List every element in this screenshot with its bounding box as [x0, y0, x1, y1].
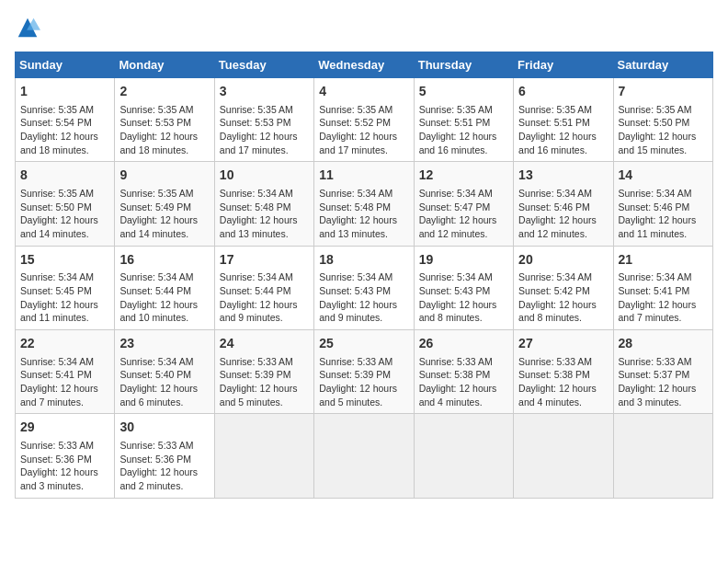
- sunrise: Sunrise: 5:33 AM: [619, 356, 692, 367]
- sunset: Sunset: 5:36 PM: [119, 454, 191, 465]
- sunrise: Sunrise: 5:35 AM: [119, 104, 193, 115]
- day-number: 12: [419, 167, 508, 185]
- calendar-cell: 20Sunrise: 5:34 AMSunset: 5:42 PMDayligh…: [514, 246, 613, 329]
- sunrise: Sunrise: 5:33 AM: [220, 356, 293, 367]
- sunrise: Sunrise: 5:34 AM: [319, 188, 392, 199]
- calendar-cell: [314, 414, 414, 498]
- day-number: 18: [319, 251, 408, 270]
- day-number: 7: [619, 83, 708, 101]
- calendar-cell: [214, 414, 313, 498]
- calendar-cell: 10Sunrise: 5:34 AMSunset: 5:48 PMDayligh…: [214, 162, 313, 246]
- day-number: 14: [619, 167, 708, 185]
- sunset: Sunset: 5:41 PM: [20, 369, 92, 380]
- daylight: Daylight: 12 hours and 3 minutes.: [20, 466, 98, 491]
- calendar-cell: 15Sunrise: 5:34 AMSunset: 5:45 PMDayligh…: [16, 246, 115, 329]
- col-header-monday: Monday: [115, 52, 214, 78]
- calendar-cell: 12Sunrise: 5:34 AMSunset: 5:47 PMDayligh…: [414, 162, 513, 246]
- daylight: Daylight: 12 hours and 8 minutes.: [518, 299, 597, 324]
- sunrise: Sunrise: 5:33 AM: [20, 440, 94, 451]
- day-number: 13: [518, 167, 608, 185]
- day-number: 20: [518, 251, 608, 270]
- calendar-table: SundayMondayTuesdayWednesdayThursdayFrid…: [15, 52, 713, 499]
- calendar-cell: 25Sunrise: 5:33 AMSunset: 5:39 PMDayligh…: [314, 330, 414, 414]
- daylight: Daylight: 12 hours and 4 minutes.: [518, 383, 597, 408]
- daylight: Daylight: 12 hours and 12 minutes.: [419, 214, 497, 239]
- sunrise: Sunrise: 5:34 AM: [20, 356, 94, 367]
- daylight: Daylight: 12 hours and 13 minutes.: [319, 214, 397, 239]
- sunset: Sunset: 5:37 PM: [619, 369, 690, 380]
- daylight: Daylight: 12 hours and 11 minutes.: [20, 299, 98, 324]
- day-number: 28: [619, 335, 708, 353]
- sunset: Sunset: 5:41 PM: [619, 285, 690, 296]
- calendar-cell: 18Sunrise: 5:34 AMSunset: 5:43 PMDayligh…: [314, 246, 414, 329]
- sunset: Sunset: 5:54 PM: [20, 117, 92, 128]
- sunrise: Sunrise: 5:35 AM: [220, 104, 293, 115]
- calendar-cell: 5Sunrise: 5:35 AMSunset: 5:51 PMDaylight…: [414, 78, 513, 162]
- daylight: Daylight: 12 hours and 13 minutes.: [220, 214, 298, 239]
- sunrise: Sunrise: 5:34 AM: [619, 271, 692, 282]
- sunset: Sunset: 5:43 PM: [319, 285, 391, 296]
- sunrise: Sunrise: 5:34 AM: [419, 188, 493, 199]
- daylight: Daylight: 12 hours and 10 minutes.: [119, 299, 198, 324]
- sunrise: Sunrise: 5:35 AM: [319, 104, 392, 115]
- calendar-cell: 17Sunrise: 5:34 AMSunset: 5:44 PMDayligh…: [214, 246, 313, 329]
- calendar-cell: 27Sunrise: 5:33 AMSunset: 5:38 PMDayligh…: [514, 330, 613, 414]
- col-header-friday: Friday: [514, 52, 613, 78]
- daylight: Daylight: 12 hours and 17 minutes.: [319, 131, 397, 155]
- calendar-cell: 24Sunrise: 5:33 AMSunset: 5:39 PMDayligh…: [214, 330, 313, 414]
- col-header-tuesday: Tuesday: [214, 52, 313, 78]
- calendar-cell: 6Sunrise: 5:35 AMSunset: 5:51 PMDaylight…: [514, 78, 613, 162]
- day-number: 6: [518, 83, 608, 101]
- sunrise: Sunrise: 5:33 AM: [518, 356, 592, 367]
- sunrise: Sunrise: 5:34 AM: [619, 188, 692, 199]
- day-number: 4: [319, 83, 408, 101]
- sunrise: Sunrise: 5:35 AM: [518, 104, 592, 115]
- day-number: 8: [20, 167, 109, 185]
- calendar-cell: [414, 414, 513, 498]
- daylight: Daylight: 12 hours and 18 minutes.: [119, 131, 198, 155]
- sunset: Sunset: 5:50 PM: [20, 201, 92, 213]
- day-number: 26: [419, 335, 508, 353]
- day-number: 2: [119, 83, 209, 101]
- sunrise: Sunrise: 5:34 AM: [518, 271, 592, 282]
- calendar-cell: 19Sunrise: 5:34 AMSunset: 5:43 PMDayligh…: [414, 246, 513, 329]
- col-header-wednesday: Wednesday: [314, 52, 414, 78]
- daylight: Daylight: 12 hours and 6 minutes.: [119, 383, 198, 408]
- sunset: Sunset: 5:53 PM: [119, 117, 191, 128]
- logo: [15, 15, 44, 40]
- sunrise: Sunrise: 5:34 AM: [20, 271, 94, 282]
- calendar-cell: [514, 414, 613, 498]
- calendar-cell: [613, 414, 712, 498]
- daylight: Daylight: 12 hours and 7 minutes.: [619, 299, 697, 324]
- day-number: 3: [220, 83, 309, 101]
- calendar-cell: 2Sunrise: 5:35 AMSunset: 5:53 PMDaylight…: [115, 78, 214, 162]
- calendar-cell: 28Sunrise: 5:33 AMSunset: 5:37 PMDayligh…: [613, 330, 712, 414]
- sunrise: Sunrise: 5:34 AM: [119, 356, 193, 367]
- day-number: 19: [419, 251, 508, 270]
- daylight: Daylight: 12 hours and 11 minutes.: [619, 214, 697, 239]
- sunrise: Sunrise: 5:34 AM: [119, 271, 193, 282]
- day-number: 22: [20, 335, 109, 353]
- sunset: Sunset: 5:44 PM: [220, 285, 291, 296]
- page-header: [15, 15, 713, 40]
- calendar-cell: 14Sunrise: 5:34 AMSunset: 5:46 PMDayligh…: [613, 162, 712, 246]
- daylight: Daylight: 12 hours and 16 minutes.: [419, 131, 497, 155]
- sunset: Sunset: 5:51 PM: [518, 117, 590, 128]
- sunset: Sunset: 5:48 PM: [319, 201, 391, 213]
- calendar-cell: 26Sunrise: 5:33 AMSunset: 5:38 PMDayligh…: [414, 330, 513, 414]
- calendar-cell: 1Sunrise: 5:35 AMSunset: 5:54 PMDaylight…: [16, 78, 115, 162]
- calendar-cell: 22Sunrise: 5:34 AMSunset: 5:41 PMDayligh…: [16, 330, 115, 414]
- day-number: 27: [518, 335, 608, 353]
- calendar-cell: 11Sunrise: 5:34 AMSunset: 5:48 PMDayligh…: [314, 162, 414, 246]
- daylight: Daylight: 12 hours and 5 minutes.: [220, 383, 298, 408]
- sunset: Sunset: 5:43 PM: [419, 285, 491, 296]
- daylight: Daylight: 12 hours and 4 minutes.: [419, 383, 497, 408]
- daylight: Daylight: 12 hours and 9 minutes.: [220, 299, 298, 324]
- sunset: Sunset: 5:53 PM: [220, 117, 291, 128]
- sunset: Sunset: 5:42 PM: [518, 285, 590, 296]
- daylight: Daylight: 12 hours and 2 minutes.: [119, 466, 198, 491]
- calendar-cell: 23Sunrise: 5:34 AMSunset: 5:40 PMDayligh…: [115, 330, 214, 414]
- day-number: 5: [419, 83, 508, 101]
- calendar-cell: 4Sunrise: 5:35 AMSunset: 5:52 PMDaylight…: [314, 78, 414, 162]
- logo-icon: [15, 15, 40, 40]
